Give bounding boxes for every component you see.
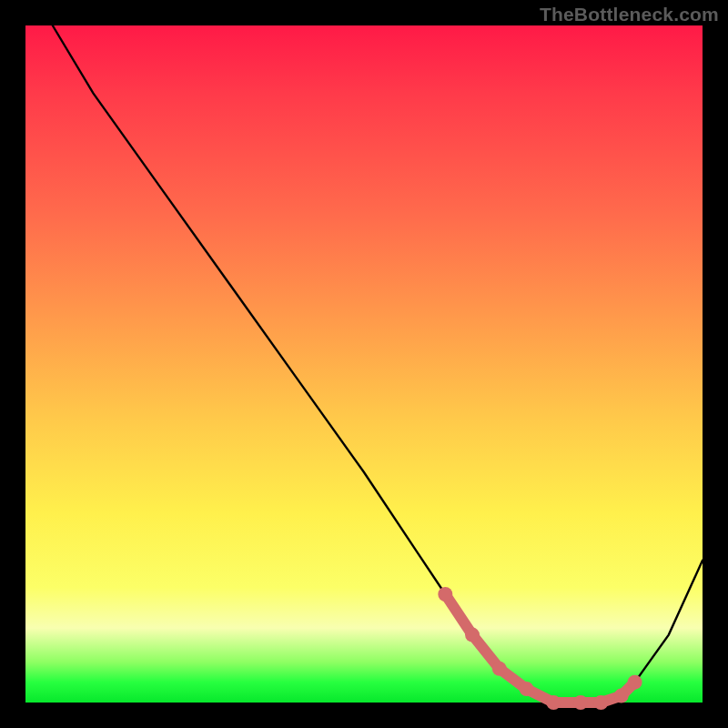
svg-point-8 [628,675,642,690]
svg-point-2 [492,662,507,676]
bottleneck-curve-line [53,25,703,703]
svg-point-3 [520,682,534,696]
svg-point-6 [593,695,608,710]
svg-point-1 [465,628,480,642]
svg-point-5 [573,695,588,710]
svg-point-7 [614,689,629,703]
chart-svg [25,25,703,703]
chart-plot-area [25,25,703,703]
svg-point-4 [546,695,561,710]
svg-point-0 [438,587,452,602]
sweet-spot-marker [438,587,642,710]
watermark-text: TheBottleneck.com [540,4,719,25]
